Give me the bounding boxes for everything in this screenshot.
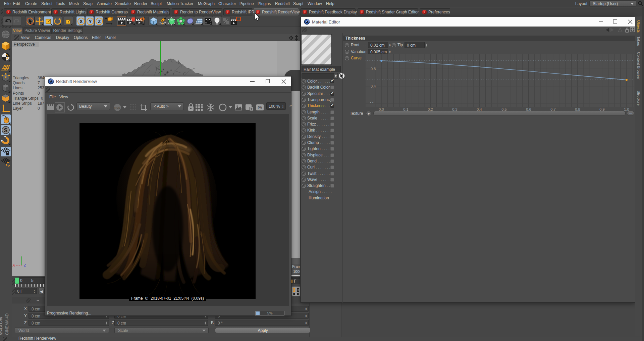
svg-text:0.4: 0.4 bbox=[371, 84, 376, 88]
svg-text:Y: Y bbox=[89, 19, 92, 24]
svg-text:- -: - - bbox=[370, 100, 374, 104]
svg-text:RGB: RGB bbox=[114, 106, 120, 109]
svg-text:0.8: 0.8 bbox=[371, 67, 376, 71]
svg-text:PV: PV bbox=[258, 106, 262, 110]
svg-text:X: X bbox=[12, 263, 15, 267]
svg-text:X: X bbox=[79, 19, 83, 24]
svg-text:S: S bbox=[4, 128, 8, 133]
svg-text:Z: Z bbox=[98, 19, 101, 24]
svg-text:Z: Z bbox=[24, 263, 26, 267]
